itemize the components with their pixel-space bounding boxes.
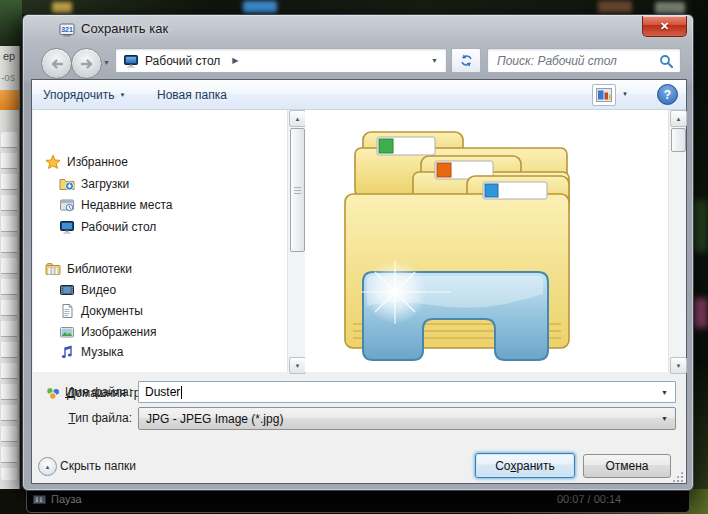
- command-toolbar: Упорядочить ▼ Новая папка ▼ ?: [32, 80, 686, 110]
- desktop-photo-blob: [598, 1, 632, 13]
- cancel-button[interactable]: Отмена: [583, 454, 671, 478]
- filetype-combobox[interactable]: JPG - JPEG Image (*.jpg) ▼: [138, 407, 676, 430]
- sidebar-item-downloads[interactable]: Загрузки: [59, 174, 129, 194]
- scroll-up-icon: ▲: [676, 116, 682, 122]
- background-app-highlight: [0, 90, 19, 110]
- breadcrumb-location[interactable]: Рабочий стол: [145, 54, 220, 68]
- forward-arrow-icon: [79, 56, 95, 72]
- filename-input[interactable]: Duster ▼: [138, 381, 676, 403]
- pause-bars-icon: [36, 497, 38, 502]
- libraries-icon: [45, 261, 61, 277]
- filetype-value: JPG - JPEG Image (*.jpg): [146, 412, 283, 426]
- media-player-icon: [33, 495, 46, 504]
- file-panel-scrollbar[interactable]: ▲ ▼: [668, 110, 686, 372]
- hide-folders-label[interactable]: Скрыть папки: [60, 459, 136, 473]
- sidebar-item-label: Изображения: [81, 325, 156, 339]
- desktop-photo-blob: [655, 2, 685, 14]
- filename-value: Duster: [145, 385, 180, 399]
- organize-button[interactable]: Упорядочить ▼: [36, 84, 132, 105]
- sidebar-item-pictures[interactable]: Изображения: [59, 322, 156, 342]
- recent-places-icon: [59, 197, 75, 213]
- sidebar-item-desktop[interactable]: Рабочий стол: [59, 217, 156, 237]
- sidebar-item-label: Загрузки: [81, 177, 129, 191]
- file-list-panel[interactable]: [305, 110, 668, 372]
- scroll-up-icon: ▲: [295, 116, 301, 122]
- scroll-down-button[interactable]: ▼: [289, 357, 306, 374]
- search-icon[interactable]: [659, 54, 673, 68]
- chevron-up-icon: ▲: [45, 464, 51, 470]
- organize-dropdown-icon: ▼: [119, 92, 125, 98]
- sidebar-item-label: Рабочий стол: [81, 220, 156, 234]
- scroll-down-button[interactable]: ▼: [670, 357, 687, 374]
- organize-label: Упорядочить: [43, 88, 114, 102]
- filename-dropdown-icon[interactable]: ▼: [661, 389, 668, 396]
- views-button[interactable]: [592, 84, 616, 106]
- picture-icon: [59, 324, 75, 340]
- hide-folders-button[interactable]: ▲: [38, 457, 57, 476]
- video-icon: [59, 282, 75, 298]
- sidebar-item-video[interactable]: Видео: [59, 280, 116, 300]
- new-folder-button[interactable]: Новая папка: [150, 84, 234, 105]
- filetype-label-rest: ип файла:: [75, 411, 132, 425]
- file-browser-area: Избранное Загрузки Недавние места: [33, 110, 685, 372]
- player-status-text: Пауза: [51, 493, 82, 505]
- desktop-top-strip: [0, 0, 708, 14]
- sidebar-item-label: Музыка: [81, 345, 123, 359]
- back-button[interactable]: [41, 48, 72, 79]
- sidebar-item-music[interactable]: Музыка: [59, 342, 123, 362]
- back-arrow-icon: [49, 56, 65, 72]
- filetype-label: Тип файла:: [32, 411, 132, 425]
- views-icon: [596, 88, 612, 102]
- desktop-right-strip: [692, 0, 708, 514]
- sidebar-item-label: Недавние места: [81, 198, 172, 212]
- sidebar-scrollbar[interactable]: ▲ ▼: [287, 110, 305, 372]
- music-note-icon: [59, 344, 75, 360]
- views-dropdown-icon[interactable]: ▼: [622, 91, 628, 97]
- help-button[interactable]: ?: [657, 84, 678, 105]
- resize-grip[interactable]: [672, 471, 683, 482]
- help-icon: ?: [664, 88, 671, 102]
- forward-button[interactable]: [71, 48, 102, 79]
- desktop-icon-blob: [52, 2, 72, 13]
- filename-label-rest: мя файла:: [74, 385, 132, 399]
- scroll-up-button[interactable]: ▲: [289, 110, 306, 127]
- background-app-text: ер: [3, 50, 15, 62]
- search-placeholder: Поиск: Рабочий стол: [488, 54, 659, 68]
- sidebar-item-documents[interactable]: Документы: [59, 301, 143, 321]
- sidebar-item-label: Избранное: [67, 155, 128, 169]
- star-icon: [45, 154, 61, 170]
- address-breadcrumb[interactable]: Рабочий стол ▶ ▼: [115, 48, 447, 73]
- player-time-text: 00:07 / 00:14: [557, 493, 621, 505]
- desktop-location-icon: [123, 53, 139, 69]
- filetype-dropdown-icon: ▼: [661, 415, 668, 422]
- scroll-up-button[interactable]: ▲: [670, 110, 687, 127]
- history-dropdown-icon[interactable]: ▼: [103, 59, 110, 66]
- breadcrumb-separator-icon[interactable]: ▶: [232, 57, 238, 65]
- save-label-rest: ранить: [516, 459, 554, 473]
- dialog-title: Сохранить как: [81, 21, 168, 36]
- sidebar-item-favorites[interactable]: Избранное: [45, 152, 128, 172]
- folder-thumbnail[interactable]: [333, 126, 589, 368]
- sidebar-item-label: Видео: [81, 283, 116, 297]
- search-input[interactable]: Поиск: Рабочий стол: [487, 48, 681, 73]
- save-label-pre: Со: [495, 459, 510, 473]
- app-icon-digits: 321: [61, 26, 73, 33]
- sidebar-item-recent-places[interactable]: Недавние места: [59, 195, 172, 215]
- app-icon: 321: [59, 22, 75, 38]
- sidebar-item-libraries[interactable]: Библиотеки: [45, 259, 132, 279]
- scrollbar-thumb[interactable]: [671, 128, 686, 152]
- breadcrumb-dropdown-icon[interactable]: ▼: [431, 57, 438, 64]
- dialog-body: Упорядочить ▼ Новая папка ▼ ?: [31, 79, 687, 484]
- scrollbar-thumb[interactable]: [290, 128, 305, 252]
- desktop: { "desktop": { "background_window_text_1…: [0, 0, 708, 514]
- new-folder-label: Новая папка: [157, 88, 227, 102]
- desktop-icon: [59, 219, 75, 235]
- background-photo: [0, 0, 22, 46]
- filename-label-key: И: [65, 385, 74, 399]
- save-button[interactable]: Сохранить: [475, 453, 575, 478]
- refresh-button[interactable]: [451, 48, 481, 73]
- background-app-buttons: [1, 132, 17, 480]
- document-icon: [59, 303, 75, 319]
- background-app-edge: ер -os: [0, 46, 20, 490]
- close-button[interactable]: ✕: [642, 16, 687, 37]
